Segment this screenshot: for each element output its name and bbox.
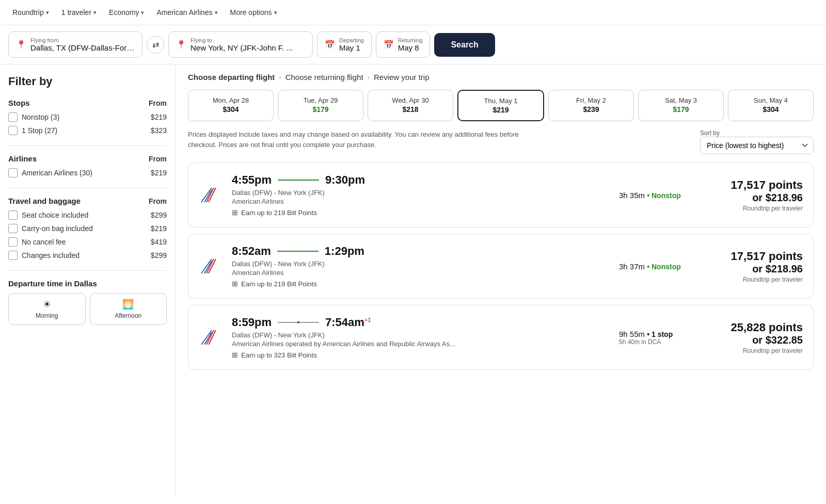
flight-card-2[interactable]: 8:59pm 7:54am+1 Dallas (DFW) - New York … — [188, 305, 814, 370]
nav-more-label: More options — [230, 8, 272, 17]
svg-marker-5 — [204, 261, 212, 273]
date-price: $304 — [734, 105, 808, 113]
breadcrumb: Choose departing flight › Choose returni… — [188, 73, 814, 82]
returning-field[interactable]: 📅 Returning May 8 — [376, 31, 431, 58]
filter-row-aa: American Airlines (30) $219 — [8, 168, 167, 177]
flight-roundtrip-0: Roundtrip per traveler — [700, 205, 803, 212]
nonstop-label: Nonstop (3) — [22, 113, 59, 121]
bilt-icon-0: ⊞ — [232, 208, 238, 217]
changes-price: $299 — [151, 251, 167, 259]
sidebar: Filter by Stops From Nonstop (3) $219 1 … — [0, 64, 176, 496]
search-button[interactable]: Search — [434, 33, 495, 57]
stops-from: From — [149, 99, 167, 107]
location-from-icon: 📍 — [16, 40, 26, 50]
date-card-2[interactable]: Wed, Apr 30 $218 — [368, 90, 453, 121]
flight-duration-0: 3h 35m • Nonstop — [619, 191, 691, 200]
arrive-time-1: 1:29pm — [325, 245, 364, 258]
aa-checkbox[interactable] — [8, 168, 18, 177]
one-stop-checkbox[interactable] — [8, 126, 18, 135]
sort-select[interactable]: Price (lowest to highest) Duration (shor… — [700, 137, 814, 154]
airlines-section: Airlines From American Airlines (30) $21… — [8, 154, 167, 177]
travel-from: From — [149, 197, 167, 205]
departing-field[interactable]: 📅 Departing May 1 — [317, 31, 372, 58]
date-card-4[interactable]: Fri, May 2 $239 — [548, 90, 634, 121]
flight-line-2 — [278, 322, 319, 323]
nav-airline[interactable]: American Airlines ▾ — [152, 6, 221, 19]
flying-to-field[interactable]: 📍 Flying to New York, NY (JFK-John F. ..… — [168, 31, 313, 58]
seat-price: $299 — [151, 211, 167, 219]
nonstop-checkbox[interactable] — [8, 112, 18, 122]
top-nav: Roundtrip ▾ 1 traveler ▾ Economy ▾ Ameri… — [0, 0, 826, 25]
roundtrip-chevron-icon: ▾ — [46, 9, 49, 16]
flight-card-1[interactable]: 8:52am 1:29pm Dallas (DFW) - New York (J… — [188, 234, 814, 299]
departure-time-title: Departure time in Dallas — [8, 279, 167, 288]
date-selector: Mon, Apr 28 $304 Tue, Apr 29 $179 Wed, A… — [188, 90, 814, 121]
nav-roundtrip[interactable]: Roundtrip ▾ — [8, 6, 53, 19]
airline-chevron-icon: ▾ — [215, 9, 218, 16]
date-card-1[interactable]: Tue, Apr 29 $179 — [278, 90, 363, 121]
date-card-5[interactable]: Sat, May 3 $179 — [638, 90, 724, 121]
flight-roundtrip-2: Roundtrip per traveler — [700, 347, 803, 354]
breadcrumb-sep2: › — [368, 73, 370, 81]
flight-card-0[interactable]: 4:55pm 9:30pm Dallas (DFW) - New York (J… — [188, 162, 814, 227]
departing-label: Departing — [339, 37, 364, 43]
calendar-depart-icon: 📅 — [325, 40, 335, 50]
flight-line-1 — [277, 251, 319, 252]
date-label: Wed, Apr 30 — [373, 96, 448, 104]
arrive-time-0: 9:30pm — [325, 173, 365, 187]
filter-row-nonstop: Nonstop (3) $219 — [8, 112, 167, 122]
flight-usd-2: or $322.85 — [700, 334, 803, 346]
carryon-checkbox[interactable] — [8, 224, 18, 233]
seat-checkbox[interactable] — [8, 210, 18, 220]
flight-airline-0: American Airlines — [232, 198, 600, 205]
date-card-0[interactable]: Mon, Apr 28 $304 — [188, 90, 274, 121]
bilt-text-2: Earn up to 323 Bilt Points — [241, 351, 317, 359]
carryon-label: Carry-on bag included — [22, 224, 93, 233]
depart-time-2: 8:59pm — [232, 316, 272, 329]
flying-from-field[interactable]: 📍 Flying from Dallas, TX (DFW-Dallas-For… — [8, 31, 142, 58]
bilt-row-1: ⊞ Earn up to 219 Bilt Points — [232, 280, 600, 288]
date-price: $218 — [373, 105, 448, 113]
bilt-icon-1: ⊞ — [232, 280, 238, 288]
cancel-checkbox[interactable] — [8, 237, 18, 247]
cancel-label: No cancel fee — [22, 238, 66, 246]
flight-points-0: 17,517 points — [700, 178, 803, 192]
date-card-3[interactable]: Thu, May 1 $219 — [457, 90, 544, 121]
nav-travelers[interactable]: 1 traveler ▾ — [57, 6, 101, 19]
returning-value: May 8 — [398, 43, 423, 52]
swap-button[interactable]: ⇄ — [147, 36, 164, 54]
from-value: Dallas, TX (DFW-Dallas-Fort... — [30, 43, 135, 52]
bilt-text-1: Earn up to 219 Bilt Points — [241, 280, 317, 288]
flight-stops-0: • Nonstop — [647, 191, 681, 200]
flight-meta-2: 9h 55m • 1 stop 5h 40m in DCA — [609, 330, 691, 346]
nav-class[interactable]: Economy ▾ — [105, 6, 148, 19]
filter-row-seat: Seat choice included $299 — [8, 210, 167, 220]
depart-time-1: 8:52am — [232, 245, 271, 258]
afternoon-time-button[interactable]: 🌅 Afternoon — [90, 293, 167, 325]
flight-usd-0: or $218.96 — [700, 192, 803, 204]
flight-info-2: 8:59pm 7:54am+1 Dallas (DFW) - New York … — [232, 316, 600, 359]
date-label: Sat, May 3 — [644, 96, 718, 104]
arrive-time-2: 7:54am+1 — [325, 316, 371, 329]
price-note-row: Prices displayed include taxes and may c… — [188, 129, 814, 154]
flight-roundtrip-1: Roundtrip per traveler — [700, 276, 803, 283]
changes-checkbox[interactable] — [8, 251, 18, 260]
flight-meta-0: 3h 35m • Nonstop — [609, 191, 691, 200]
bilt-icon-2: ⊞ — [232, 351, 238, 359]
flight-duration-1: 3h 37m • Nonstop — [619, 262, 691, 271]
breadcrumb-sep1: › — [279, 73, 281, 81]
travel-section: Travel and baggage From Seat choice incl… — [8, 197, 167, 260]
price-note: Prices displayed include taxes and may c… — [188, 129, 539, 150]
flight-info-1: 8:52am 1:29pm Dallas (DFW) - New York (J… — [232, 245, 600, 288]
morning-time-button[interactable]: ☀ Morning — [8, 293, 86, 325]
flight-stops-1: • Nonstop — [647, 263, 681, 271]
travel-title: Travel and baggage — [8, 197, 81, 205]
breadcrumb-step3: Review your trip — [374, 73, 430, 82]
date-card-6[interactable]: Sun, May 4 $304 — [728, 90, 814, 121]
nav-more[interactable]: More options ▾ — [226, 6, 281, 19]
stops-section: Stops From Nonstop (3) $219 1 Stop (27) … — [8, 99, 167, 135]
returning-label: Returning — [398, 37, 423, 43]
content-area: Choose departing flight › Choose returni… — [176, 64, 826, 496]
flight-line-0 — [278, 180, 319, 181]
depart-time-0: 4:55pm — [232, 173, 272, 187]
